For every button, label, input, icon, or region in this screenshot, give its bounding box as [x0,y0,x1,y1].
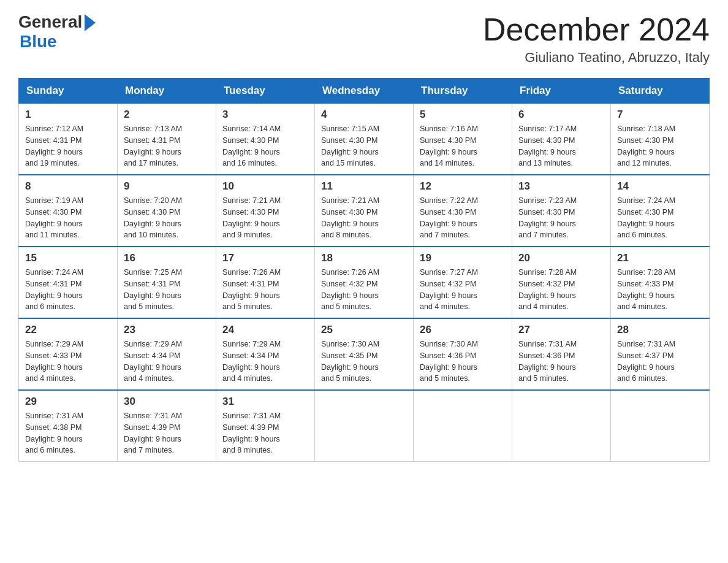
day-info: Sunrise: 7:28 AMSunset: 4:33 PMDaylight:… [617,267,703,313]
day-number: 23 [124,324,210,336]
calendar-cell: 25Sunrise: 7:30 AMSunset: 4:35 PMDayligh… [315,318,414,390]
col-header-tuesday: Tuesday [216,79,315,104]
calendar-cell: 21Sunrise: 7:28 AMSunset: 4:33 PMDayligh… [611,247,710,318]
day-number: 8 [25,180,111,193]
day-info: Sunrise: 7:15 AMSunset: 4:30 PMDaylight:… [321,123,407,169]
col-header-sunday: Sunday [19,79,118,104]
day-info: Sunrise: 7:31 AMSunset: 4:37 PMDaylight:… [617,339,703,385]
calendar-cell: 6Sunrise: 7:17 AMSunset: 4:30 PMDaylight… [512,104,611,175]
day-info: Sunrise: 7:31 AMSunset: 4:39 PMDaylight:… [124,410,210,456]
day-number: 7 [617,109,703,121]
calendar-cell: 2Sunrise: 7:13 AMSunset: 4:31 PMDaylight… [118,104,216,175]
day-number: 18 [321,252,407,264]
day-info: Sunrise: 7:26 AMSunset: 4:32 PMDaylight:… [321,267,407,313]
week-row-5: 29Sunrise: 7:31 AMSunset: 4:38 PMDayligh… [19,390,710,462]
day-info: Sunrise: 7:16 AMSunset: 4:30 PMDaylight:… [420,123,506,169]
day-number: 22 [25,324,111,336]
day-info: Sunrise: 7:26 AMSunset: 4:31 PMDaylight:… [222,267,308,313]
day-number: 9 [124,180,210,193]
day-info: Sunrise: 7:24 AMSunset: 4:31 PMDaylight:… [25,267,111,313]
week-row-3: 15Sunrise: 7:24 AMSunset: 4:31 PMDayligh… [19,247,710,318]
day-number: 30 [124,396,210,408]
day-number: 14 [617,180,703,193]
calendar-cell: 1Sunrise: 7:12 AMSunset: 4:31 PMDaylight… [19,104,118,175]
calendar-cell: 17Sunrise: 7:26 AMSunset: 4:31 PMDayligh… [216,247,315,318]
day-number: 4 [321,109,407,121]
day-info: Sunrise: 7:30 AMSunset: 4:36 PMDaylight:… [420,339,506,385]
logo: General Blue [18,12,96,52]
calendar-cell: 8Sunrise: 7:19 AMSunset: 4:30 PMDaylight… [19,175,118,247]
day-info: Sunrise: 7:22 AMSunset: 4:30 PMDaylight:… [420,195,506,241]
day-number: 24 [222,324,308,336]
day-number: 25 [321,324,407,336]
logo-arrow-icon [85,14,96,31]
location-subtitle: Giuliano Teatino, Abruzzo, Italy [483,50,710,66]
day-info: Sunrise: 7:21 AMSunset: 4:30 PMDaylight:… [222,195,308,241]
day-info: Sunrise: 7:31 AMSunset: 4:36 PMDaylight:… [518,339,604,385]
calendar-cell: 26Sunrise: 7:30 AMSunset: 4:36 PMDayligh… [414,318,512,390]
day-info: Sunrise: 7:25 AMSunset: 4:31 PMDaylight:… [124,267,210,313]
day-number: 2 [124,109,210,121]
day-info: Sunrise: 7:28 AMSunset: 4:32 PMDaylight:… [518,267,604,313]
header-row: SundayMondayTuesdayWednesdayThursdayFrid… [19,79,710,104]
day-number: 13 [518,180,604,193]
calendar-cell: 22Sunrise: 7:29 AMSunset: 4:33 PMDayligh… [19,318,118,390]
calendar-cell [315,390,414,462]
calendar-cell: 20Sunrise: 7:28 AMSunset: 4:32 PMDayligh… [512,247,611,318]
col-header-monday: Monday [118,79,216,104]
calendar-table: SundayMondayTuesdayWednesdayThursdayFrid… [18,78,710,462]
week-row-2: 8Sunrise: 7:19 AMSunset: 4:30 PMDaylight… [19,175,710,247]
day-number: 16 [124,252,210,264]
title-section: December 2024 Giuliano Teatino, Abruzzo,… [483,12,710,66]
day-info: Sunrise: 7:29 AMSunset: 4:34 PMDaylight:… [124,339,210,385]
day-number: 29 [25,396,111,408]
calendar-cell: 28Sunrise: 7:31 AMSunset: 4:37 PMDayligh… [611,318,710,390]
calendar-cell: 7Sunrise: 7:18 AMSunset: 4:30 PMDaylight… [611,104,710,175]
calendar-cell: 24Sunrise: 7:29 AMSunset: 4:34 PMDayligh… [216,318,315,390]
page-header: General Blue December 2024 Giuliano Teat… [18,12,710,66]
day-number: 6 [518,109,604,121]
logo-blue-text: Blue [20,32,57,52]
day-info: Sunrise: 7:14 AMSunset: 4:30 PMDaylight:… [222,123,308,169]
calendar-cell: 19Sunrise: 7:27 AMSunset: 4:32 PMDayligh… [414,247,512,318]
day-number: 3 [222,109,308,121]
day-number: 10 [222,180,308,193]
day-number: 12 [420,180,506,193]
calendar-cell [414,390,512,462]
day-number: 5 [420,109,506,121]
calendar-cell [512,390,611,462]
col-header-saturday: Saturday [611,79,710,104]
day-number: 19 [420,252,506,264]
day-number: 27 [518,324,604,336]
day-info: Sunrise: 7:12 AMSunset: 4:31 PMDaylight:… [25,123,111,169]
calendar-cell: 16Sunrise: 7:25 AMSunset: 4:31 PMDayligh… [118,247,216,318]
calendar-cell: 10Sunrise: 7:21 AMSunset: 4:30 PMDayligh… [216,175,315,247]
day-info: Sunrise: 7:21 AMSunset: 4:30 PMDaylight:… [321,195,407,241]
day-info: Sunrise: 7:29 AMSunset: 4:33 PMDaylight:… [25,339,111,385]
day-info: Sunrise: 7:13 AMSunset: 4:31 PMDaylight:… [124,123,210,169]
calendar-cell: 23Sunrise: 7:29 AMSunset: 4:34 PMDayligh… [118,318,216,390]
day-info: Sunrise: 7:19 AMSunset: 4:30 PMDaylight:… [25,195,111,241]
day-info: Sunrise: 7:24 AMSunset: 4:30 PMDaylight:… [617,195,703,241]
calendar-cell: 18Sunrise: 7:26 AMSunset: 4:32 PMDayligh… [315,247,414,318]
day-info: Sunrise: 7:30 AMSunset: 4:35 PMDaylight:… [321,339,407,385]
day-number: 17 [222,252,308,264]
calendar-cell: 30Sunrise: 7:31 AMSunset: 4:39 PMDayligh… [118,390,216,462]
day-info: Sunrise: 7:23 AMSunset: 4:30 PMDaylight:… [518,195,604,241]
calendar-cell: 9Sunrise: 7:20 AMSunset: 4:30 PMDaylight… [118,175,216,247]
day-info: Sunrise: 7:29 AMSunset: 4:34 PMDaylight:… [222,339,308,385]
day-number: 11 [321,180,407,193]
calendar-cell: 3Sunrise: 7:14 AMSunset: 4:30 PMDaylight… [216,104,315,175]
calendar-cell: 5Sunrise: 7:16 AMSunset: 4:30 PMDaylight… [414,104,512,175]
week-row-4: 22Sunrise: 7:29 AMSunset: 4:33 PMDayligh… [19,318,710,390]
day-info: Sunrise: 7:18 AMSunset: 4:30 PMDaylight:… [617,123,703,169]
day-info: Sunrise: 7:20 AMSunset: 4:30 PMDaylight:… [124,195,210,241]
calendar-cell: 13Sunrise: 7:23 AMSunset: 4:30 PMDayligh… [512,175,611,247]
calendar-cell: 4Sunrise: 7:15 AMSunset: 4:30 PMDaylight… [315,104,414,175]
calendar-cell: 31Sunrise: 7:31 AMSunset: 4:39 PMDayligh… [216,390,315,462]
day-number: 26 [420,324,506,336]
calendar-cell [611,390,710,462]
calendar-cell: 12Sunrise: 7:22 AMSunset: 4:30 PMDayligh… [414,175,512,247]
day-number: 15 [25,252,111,264]
calendar-cell: 14Sunrise: 7:24 AMSunset: 4:30 PMDayligh… [611,175,710,247]
